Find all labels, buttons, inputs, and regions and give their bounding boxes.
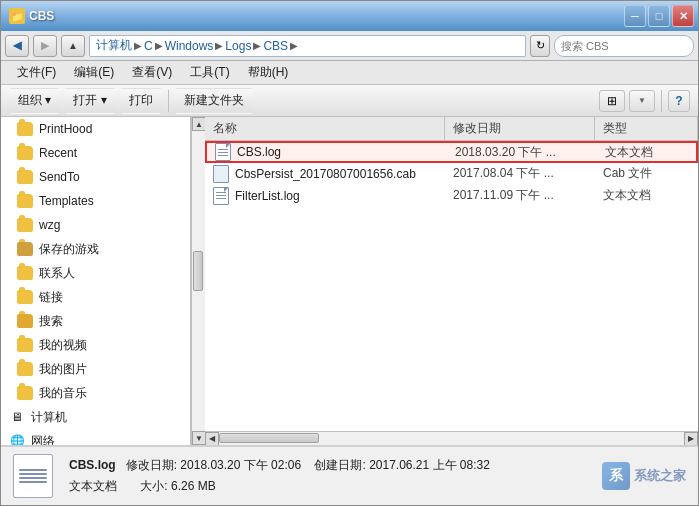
scroll-up-button[interactable]: ▲: [192, 117, 206, 131]
new-folder-label: 新建文件夹: [184, 92, 244, 109]
file-line: [216, 198, 226, 199]
window-title: CBS: [29, 9, 54, 23]
sidebar-item-recent[interactable]: Recent: [1, 141, 190, 165]
folder-icon: [17, 170, 33, 184]
toolbar-separator: [168, 90, 169, 112]
sidebar-label-computer: 计算机: [31, 409, 67, 426]
path-computer[interactable]: 计算机: [96, 37, 132, 54]
file-list: CBS.log 2018.03.20 下午 ... 文本文档 CbsPersis…: [205, 141, 698, 431]
file-row-filterlist[interactable]: FilterList.log 2017.11.09 下午 ... 文本文档: [205, 185, 698, 207]
open-label: 打开 ▾: [73, 92, 106, 109]
minimize-button[interactable]: ─: [624, 5, 646, 27]
menu-view[interactable]: 查看(V): [124, 62, 180, 83]
left-panel: PrintHood Recent SendTo Templates wzg 保存…: [1, 117, 191, 445]
file-name-cell-1: CbsPersist_20170807001656.cab: [205, 163, 445, 184]
title-bar: 📁 CBS ─ □ ✕: [1, 1, 698, 31]
search-box[interactable]: 🔍: [554, 35, 694, 57]
file-row-cbspersist[interactable]: CbsPersist_20170807001656.cab 2017.08.04…: [205, 163, 698, 185]
refresh-button[interactable]: ↻: [530, 35, 550, 57]
menu-edit[interactable]: 编辑(E): [66, 62, 122, 83]
sidebar-item-links[interactable]: 链接: [1, 285, 190, 309]
menu-tools[interactable]: 工具(T): [182, 62, 237, 83]
col-header-date[interactable]: 修改日期: [445, 117, 595, 140]
sidebar-item-contacts[interactable]: 联系人: [1, 261, 190, 285]
path-logs[interactable]: Logs: [225, 39, 251, 53]
file-icon-cab-1: [213, 165, 229, 183]
sidebar-item-music[interactable]: 我的音乐: [1, 381, 190, 405]
folder-icon: [17, 386, 33, 400]
search-input[interactable]: [561, 40, 699, 52]
path-cbs[interactable]: CBS: [263, 39, 288, 53]
address-path[interactable]: 计算机 ▶ C ▶ Windows ▶ Logs ▶ CBS ▶: [89, 35, 526, 57]
scroll-thumb[interactable]: [193, 251, 203, 291]
open-button[interactable]: 打开 ▾: [64, 88, 115, 114]
forward-button[interactable]: ▶: [33, 35, 57, 57]
scroll-right-button[interactable]: ▶: [684, 432, 698, 446]
organize-button[interactable]: 组织 ▾: [9, 88, 60, 114]
sidebar-item-sendto[interactable]: SendTo: [1, 165, 190, 189]
sidebar-item-computer[interactable]: 🖥 计算机: [1, 405, 190, 429]
close-button[interactable]: ✕: [672, 5, 694, 27]
status-file-line: [19, 469, 47, 471]
back-button[interactable]: ◀: [5, 35, 29, 57]
menu-file[interactable]: 文件(F): [9, 62, 64, 83]
sidebar-label-savedgames: 保存的游戏: [39, 241, 99, 258]
file-name-1: CbsPersist_20170807001656.cab: [235, 167, 416, 181]
right-panel: 名称 修改日期 类型 CBS.log 2018.03.2: [205, 117, 698, 445]
path-sep-2: ▶: [155, 40, 163, 51]
status-file-icon: [13, 454, 53, 498]
sidebar-label-contacts: 联系人: [39, 265, 75, 282]
watermark-icon: 系: [602, 462, 630, 490]
file-date-cell-1: 2017.08.04 下午 ...: [445, 163, 595, 184]
status-type: 文本文档: [69, 479, 117, 493]
file-line: [218, 155, 228, 156]
view-mode-button[interactable]: ⊞: [599, 90, 625, 112]
horizontal-scrollbar[interactable]: ◀ ▶: [205, 431, 698, 445]
status-type-row: 文本文档 大小: 6.26 MB: [69, 478, 586, 495]
title-bar-controls: ─ □ ✕: [624, 5, 694, 27]
path-windows[interactable]: Windows: [165, 39, 214, 53]
sidebar-item-wzg[interactable]: wzg: [1, 213, 190, 237]
folder-icon: [17, 194, 33, 208]
file-icon-log-0: [215, 143, 231, 161]
up-button[interactable]: ▲: [61, 35, 85, 57]
left-panel-scrollbar[interactable]: ▲ ▼: [191, 117, 205, 445]
sidebar-label-search: 搜索: [39, 313, 63, 330]
sidebar-item-pictures[interactable]: 我的图片: [1, 357, 190, 381]
menu-help[interactable]: 帮助(H): [240, 62, 297, 83]
view-dropdown-button[interactable]: ▼: [629, 90, 655, 112]
sidebar-item-savedgames[interactable]: 保存的游戏: [1, 237, 190, 261]
content-area: PrintHood Recent SendTo Templates wzg 保存…: [1, 117, 698, 445]
menu-bar: 文件(F) 编辑(E) 查看(V) 工具(T) 帮助(H): [1, 61, 698, 85]
sidebar-label-pictures: 我的图片: [39, 361, 87, 378]
path-sep-3: ▶: [215, 40, 223, 51]
status-bar: CBS.log 修改日期: 2018.03.20 下午 02:06 创建日期: …: [1, 445, 698, 505]
file-name-cell-2: FilterList.log: [205, 185, 445, 206]
sidebar-label-wzg: wzg: [39, 218, 60, 232]
file-date-cell-2: 2017.11.09 下午 ...: [445, 185, 595, 206]
file-type-cell-2: 文本文档: [595, 185, 698, 206]
sidebar-item-search[interactable]: 搜索: [1, 309, 190, 333]
new-folder-button[interactable]: 新建文件夹: [175, 88, 253, 114]
scroll-down-button[interactable]: ▼: [192, 431, 206, 445]
col-header-type[interactable]: 类型: [595, 117, 698, 140]
status-watermark: 系 系统之家: [602, 462, 686, 490]
path-c[interactable]: C: [144, 39, 153, 53]
h-scroll-thumb[interactable]: [219, 433, 319, 443]
folder-icon: [17, 290, 33, 304]
folder-icon: [17, 122, 33, 136]
file-row-cbs-log[interactable]: CBS.log 2018.03.20 下午 ... 文本文档: [205, 141, 698, 163]
help-button[interactable]: ?: [668, 90, 690, 112]
folder-icon: [17, 266, 33, 280]
path-sep-5: ▶: [290, 40, 298, 51]
sidebar-item-network[interactable]: 🌐 网络: [1, 429, 190, 445]
maximize-button[interactable]: □: [648, 5, 670, 27]
watermark-text: 系统之家: [634, 467, 686, 485]
sidebar-item-templates[interactable]: Templates: [1, 189, 190, 213]
sidebar-item-printhood[interactable]: PrintHood: [1, 117, 190, 141]
print-button[interactable]: 打印: [120, 88, 162, 114]
col-header-name[interactable]: 名称: [205, 117, 445, 140]
scroll-left-button[interactable]: ◀: [205, 432, 219, 446]
window-icon: 📁: [9, 8, 25, 24]
sidebar-item-videos[interactable]: 我的视频: [1, 333, 190, 357]
